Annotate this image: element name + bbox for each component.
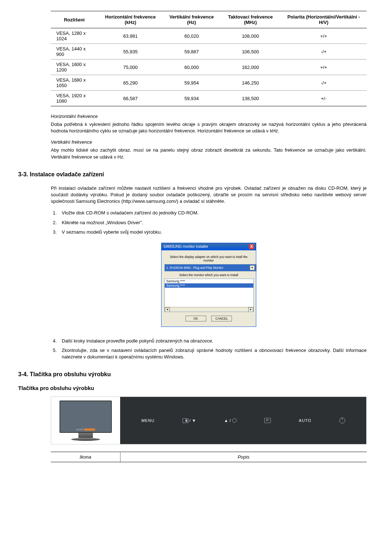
table-cell: 59,954 bbox=[163, 75, 220, 91]
table-cell: 138,500 bbox=[220, 91, 281, 106]
table-cell: +/- bbox=[281, 91, 367, 106]
table-cell: +/+ bbox=[281, 59, 367, 75]
section-3-3-title: 3-3. Instalace ovladače zařízení bbox=[18, 171, 374, 178]
product-buttons-panel: MENU / ▼ ▲ / ↵ AUTO bbox=[51, 397, 367, 444]
list-item: Klikněte na možnost „Windows Driver". bbox=[58, 219, 367, 226]
list-item: Zkontrolujte, zda se v nastavení ovládac… bbox=[58, 347, 367, 360]
down-arrow-icon: ▼ bbox=[192, 418, 196, 423]
table-cell: 60,000 bbox=[163, 59, 220, 75]
adapter-select[interactable]: 1. RADEON 9550 : Plug and Play Monitor ▾ bbox=[164, 264, 257, 271]
power-button-label bbox=[339, 418, 345, 423]
table-cell: 75,000 bbox=[98, 59, 163, 75]
table-row: VESA, 1280 x 102463,98160,020108,000+/+ bbox=[51, 28, 367, 44]
list-item[interactable]: Samsung **** bbox=[165, 283, 253, 288]
installer-label-2: Select the monitor which you want to ins… bbox=[164, 273, 253, 277]
adapter-select-value: 1. RADEON 9550 : Plug and Play Monitor bbox=[166, 266, 223, 270]
installer-title: SAMSUNG monitor installer bbox=[163, 245, 208, 249]
table-row: VESA, 1600 x 120075,00060,000162,000+/+ bbox=[51, 59, 367, 75]
table-cell: VESA, 1280 x 1024 bbox=[51, 28, 98, 44]
table-cell: 162,000 bbox=[220, 59, 281, 75]
resolution-table: RozlišeníHorizontální frekvence (kHz)Ver… bbox=[51, 11, 367, 106]
table-cell: +/+ bbox=[281, 28, 367, 44]
table-cell: 59,934 bbox=[163, 91, 220, 106]
close-icon[interactable]: X bbox=[249, 244, 254, 249]
table-cell: 63,981 bbox=[98, 28, 163, 44]
monitor-list[interactable]: Samsung **** Samsung **** ◂ ▸ bbox=[164, 279, 254, 312]
table-header-desc: Popis bbox=[120, 452, 367, 462]
table-cell: 60,020 bbox=[163, 28, 220, 44]
install-steps-list-cont: Další kroky instalace proveďte podle pok… bbox=[51, 338, 367, 361]
sun-icon bbox=[232, 418, 237, 423]
list-item[interactable]: Samsung **** bbox=[165, 279, 253, 283]
table-cell: 106,500 bbox=[220, 44, 281, 59]
v-freq-title: Vertikální frekvence bbox=[51, 139, 367, 145]
table-cell: 66,587 bbox=[98, 91, 163, 106]
brightness-down-label: / ▼ bbox=[183, 418, 196, 423]
table-cell: 55,935 bbox=[98, 44, 163, 59]
h-freq-title: Horizontální frekvence bbox=[51, 114, 367, 119]
brightness-up-label: ▲ / bbox=[224, 418, 237, 423]
install-steps-list: Vložte disk CD-ROM s ovladačem zařízení … bbox=[51, 210, 367, 235]
table-cell: 108,000 bbox=[220, 28, 281, 44]
table-cell: 59,887 bbox=[163, 44, 220, 59]
ok-button[interactable]: OK bbox=[185, 316, 206, 321]
scroll-right-icon[interactable]: ▸ bbox=[248, 307, 253, 312]
cancel-button[interactable]: CANCEL bbox=[211, 316, 232, 321]
section-3-3-intro: Při instalaci ovladače zařízení můžete n… bbox=[51, 185, 367, 205]
section-3-4-subtitle: Tlačítka pro obsluhu výrobku bbox=[18, 385, 374, 391]
chevron-down-icon[interactable]: ▾ bbox=[250, 265, 255, 270]
up-arrow-icon: ▲ bbox=[224, 418, 229, 423]
table-cell: VESA, 1440 x 900 bbox=[51, 44, 98, 59]
table-row: VESA, 1920 x 108066,58759,934138,500+/- bbox=[51, 91, 367, 106]
horizontal-scrollbar[interactable]: ◂ ▸ bbox=[165, 307, 253, 312]
enter-icon: ↵ bbox=[264, 418, 271, 423]
table-cell: 146,250 bbox=[220, 75, 281, 91]
h-freq-text: Doba potřebná k vykreslení jednoho řádku… bbox=[51, 121, 367, 134]
power-icon bbox=[339, 418, 345, 423]
list-item: Vložte disk CD-ROM s ovladačem zařízení … bbox=[58, 210, 367, 216]
section-3-4-title: 3-4. Tlačítka pro obsluhu výrobku bbox=[18, 371, 374, 378]
table-header: Polarita (Horizontální/Vertikální - H/V) bbox=[281, 11, 367, 28]
scroll-left-icon[interactable]: ◂ bbox=[165, 307, 170, 312]
button-strip: MENU / ▼ ▲ / ↵ AUTO bbox=[120, 397, 366, 444]
brightness-icon bbox=[183, 418, 188, 423]
table-cell: VESA, 1600 x 1200 bbox=[51, 59, 98, 75]
table-header: Vertikální frekvence (Hz) bbox=[163, 11, 220, 28]
enter-button-label: ↵ bbox=[264, 418, 271, 423]
menu-button-label: MENU bbox=[141, 418, 154, 423]
table-cell: 65,290 bbox=[98, 75, 163, 91]
table-cell: VESA, 1680 x 1050 bbox=[51, 75, 98, 91]
installer-dialog: SAMSUNG monitor installer X Select the d… bbox=[161, 243, 256, 327]
table-cell: VESA, 1920 x 1080 bbox=[51, 91, 98, 106]
table-header: Horizontální frekvence (kHz) bbox=[98, 11, 163, 28]
installer-label-1: Select the display adapter on which you … bbox=[164, 255, 253, 262]
monitor-illustration bbox=[51, 397, 120, 444]
icon-description-table: Ikona Popis bbox=[51, 452, 367, 462]
table-header-icon: Ikona bbox=[51, 452, 120, 462]
table-cell: -/+ bbox=[281, 75, 367, 91]
list-item: V seznamu modelů vyberte svůj model výro… bbox=[58, 229, 367, 235]
table-header: Rozlišení bbox=[51, 11, 98, 28]
table-cell: -/+ bbox=[281, 44, 367, 59]
auto-button-label: AUTO bbox=[299, 418, 311, 423]
list-item: Další kroky instalace proveďte podle pok… bbox=[58, 338, 367, 344]
installer-titlebar: SAMSUNG monitor installer X bbox=[162, 243, 256, 250]
v-freq-text: Aby mohlo lidské oko zachytit obraz, mus… bbox=[51, 147, 367, 160]
table-row: VESA, 1440 x 90055,93559,887106,500-/+ bbox=[51, 44, 367, 59]
table-header: Taktovací frekvence (MHz) bbox=[220, 11, 281, 28]
table-row: VESA, 1680 x 105065,29059,954146,250-/+ bbox=[51, 75, 367, 91]
